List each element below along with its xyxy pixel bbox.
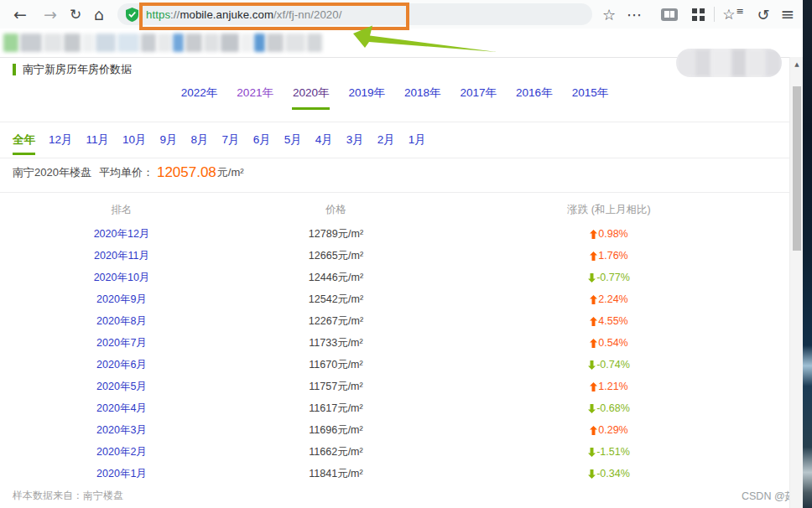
price-value: 11841元/m² <box>243 467 429 481</box>
scrollbar[interactable]: ▲ <box>789 57 803 508</box>
table-row: 2020年1月 11841元/m² -0.34% <box>0 463 789 485</box>
trend-arrow-icon <box>588 448 596 457</box>
month-link[interactable]: 2020年12月 <box>0 227 243 241</box>
favorites-hub-icon[interactable]: ☆≡ <box>721 0 745 29</box>
reading-mode-icon[interactable] <box>658 0 681 29</box>
trend-arrow-icon <box>588 404 596 413</box>
header-change: 涨跌 (和上月相比) <box>429 203 789 217</box>
average-price-unit: 元/m² <box>217 165 244 180</box>
month-link[interactable]: 2020年1月 <box>0 467 243 481</box>
month-link[interactable]: 2020年9月 <box>0 293 243 307</box>
price-value: 12665元/m² <box>243 249 429 263</box>
site-security-shield-icon[interactable] <box>126 8 138 22</box>
price-table: 2020年12月 12789元/m² 0.98% 2020年11月 12665元… <box>0 223 789 485</box>
separator <box>0 122 789 122</box>
table-row: 2020年5月 11757元/m² 1.21% <box>0 376 789 397</box>
month-tab[interactable]: 4月 <box>315 132 333 155</box>
address-bar[interactable]: https://mobile.anjuke.com/xf/fj-nn/2020/ <box>117 3 592 25</box>
month-tab[interactable]: 12月 <box>49 132 73 155</box>
month-tab[interactable]: 1月 <box>409 132 426 155</box>
bookmark-item[interactable] <box>44 34 62 52</box>
month-link[interactable]: 2020年10月 <box>0 271 243 285</box>
change-percent: -0.77% <box>596 272 630 283</box>
home-icon[interactable]: ⌂ <box>87 0 111 29</box>
table-header: 排名 价格 涨跌 (和上月相比) <box>0 203 789 217</box>
month-tab[interactable]: 全年 <box>13 132 35 155</box>
bookmark-item[interactable] <box>96 34 116 52</box>
year-tab[interactable]: 2019年 <box>347 86 386 110</box>
month-link[interactable]: 2020年11月 <box>0 249 243 263</box>
bookmark-item[interactable] <box>117 34 139 52</box>
year-tab[interactable]: 2016年 <box>515 86 554 110</box>
trend-arrow-icon <box>590 251 597 261</box>
bookmark-item[interactable] <box>158 34 171 52</box>
year-tab[interactable]: 2018年 <box>403 86 442 110</box>
bookmark-item[interactable] <box>267 34 284 52</box>
price-value: 12267元/m² <box>243 314 429 329</box>
change-cell: 0.29% <box>429 424 789 436</box>
month-tab[interactable]: 11月 <box>86 132 110 155</box>
bookmark-item[interactable] <box>204 34 219 52</box>
scroll-up-arrow-icon[interactable]: ▲ <box>790 59 804 70</box>
month-tab[interactable]: 7月 <box>222 132 240 155</box>
year-tab[interactable]: 2017年 <box>460 86 498 110</box>
refresh-icon[interactable]: ↻ <box>64 0 87 29</box>
bookmark-item[interactable] <box>20 34 42 52</box>
month-link[interactable]: 2020年7月 <box>0 336 243 350</box>
bookmark-item[interactable] <box>254 34 265 52</box>
month-tab[interactable]: 6月 <box>253 132 271 155</box>
month-link[interactable]: 2020年3月 <box>0 423 243 438</box>
month-link[interactable]: 2020年6月 <box>0 358 243 372</box>
more-options-icon[interactable]: ⋯ <box>622 0 646 29</box>
bookmark-item[interactable] <box>141 34 156 52</box>
page-title-row: 南宁新房历年房价数据 <box>13 62 132 77</box>
bookmark-item[interactable] <box>221 34 239 52</box>
table-row: 2020年6月 11670元/m² -0.74% <box>0 354 789 376</box>
bookmark-item[interactable] <box>173 34 184 52</box>
month-tab[interactable]: 8月 <box>191 132 209 155</box>
month-tab[interactable]: 10月 <box>122 132 147 155</box>
month-tab[interactable]: 9月 <box>160 132 178 155</box>
table-row: 2020年7月 11733元/m² 0.54% <box>0 332 789 354</box>
month-link[interactable]: 2020年5月 <box>0 380 243 394</box>
censored-button[interactable] <box>676 49 782 77</box>
menu-icon[interactable]: ≡ <box>776 0 799 29</box>
bookmark-item[interactable] <box>3 34 18 52</box>
title-accent-bar <box>13 64 16 75</box>
back-icon[interactable]: ← <box>8 0 32 29</box>
year-tab[interactable]: 2015年 <box>571 86 610 110</box>
table-row: 2020年2月 11662元/m² -1.51% <box>0 441 789 463</box>
forward-icon[interactable]: → <box>39 0 62 29</box>
change-percent: -1.51% <box>596 446 630 458</box>
bookmark-star-icon[interactable]: ☆ <box>597 0 621 29</box>
apps-grid-icon[interactable] <box>686 0 710 29</box>
trend-arrow-icon <box>590 295 597 304</box>
month-tab[interactable]: 5月 <box>284 132 302 155</box>
header-price: 价格 <box>243 203 429 217</box>
year-tab[interactable]: 2020年 <box>292 86 331 110</box>
change-percent: -0.74% <box>596 359 630 371</box>
month-tab[interactable]: 2月 <box>377 132 395 155</box>
month-link[interactable]: 2020年2月 <box>0 445 243 459</box>
bookmark-item[interactable] <box>285 34 305 52</box>
undo-icon[interactable]: ↺ <box>752 0 775 29</box>
bookmark-item[interactable] <box>307 34 322 52</box>
year-tab[interactable]: 2022年 <box>180 86 219 110</box>
bookmark-item[interactable] <box>185 34 202 52</box>
change-percent: 2.24% <box>598 293 627 305</box>
bookmark-item[interactable] <box>82 34 94 52</box>
bookmark-item[interactable] <box>241 34 252 52</box>
price-value: 12542元/m² <box>243 293 429 307</box>
scrollbar-thumb[interactable] <box>793 86 801 251</box>
desktop-wallpaper-edge <box>803 0 812 508</box>
month-tab[interactable]: 3月 <box>346 132 364 155</box>
separator <box>0 158 789 158</box>
year-tab[interactable]: 2021年 <box>236 86 274 110</box>
month-link[interactable]: 2020年8月 <box>0 314 243 329</box>
month-link[interactable]: 2020年4月 <box>0 402 243 416</box>
bookmark-item[interactable] <box>64 34 81 52</box>
trend-arrow-icon <box>590 426 597 435</box>
page-title: 南宁新房历年房价数据 <box>23 62 132 77</box>
month-tabs: 全年12月11月10月9月8月7月6月5月4月3月2月1月 <box>13 132 426 155</box>
summary-row: 南宁2020年楼盘 平均单价： 12057.08 元/m² <box>13 164 244 181</box>
